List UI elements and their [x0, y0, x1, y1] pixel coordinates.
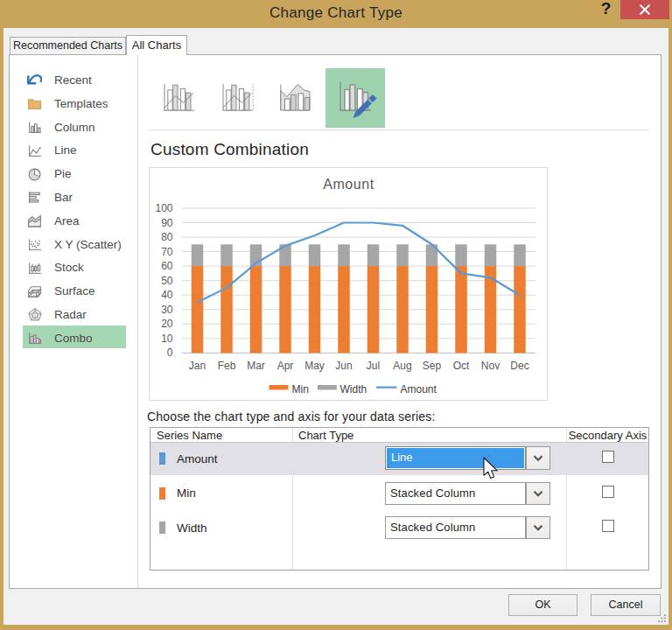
svg-text:Mar: Mar: [247, 360, 265, 372]
svg-text:Sep: Sep: [423, 360, 442, 372]
svg-text:Nov: Nov: [481, 360, 500, 372]
svg-text:Amount: Amount: [323, 177, 374, 192]
svg-text:80: 80: [161, 231, 173, 243]
svg-text:Oct: Oct: [453, 360, 470, 372]
svg-text:50: 50: [161, 275, 173, 287]
svg-text:May: May: [304, 360, 325, 372]
svg-text:Aug: Aug: [393, 360, 411, 372]
svg-text:Width: Width: [340, 383, 368, 396]
svg-text:Jun: Jun: [335, 360, 352, 372]
svg-text:20: 20: [161, 318, 173, 330]
svg-text:60: 60: [161, 260, 173, 272]
svg-text:Feb: Feb: [218, 360, 236, 372]
svg-text:Apr: Apr: [277, 360, 294, 372]
svg-text:Jan: Jan: [189, 360, 206, 372]
svg-text:Min: Min: [292, 383, 309, 396]
svg-text:100: 100: [155, 202, 172, 214]
svg-text:0: 0: [167, 346, 173, 359]
svg-text:Jul: Jul: [367, 360, 380, 372]
svg-text:40: 40: [161, 289, 173, 301]
svg-text:90: 90: [161, 217, 173, 229]
svg-text:10: 10: [161, 332, 173, 345]
svg-text:70: 70: [161, 246, 173, 258]
svg-text:Dec: Dec: [510, 360, 528, 372]
svg-text:30: 30: [161, 304, 173, 316]
svg-text:Amount: Amount: [401, 383, 438, 396]
